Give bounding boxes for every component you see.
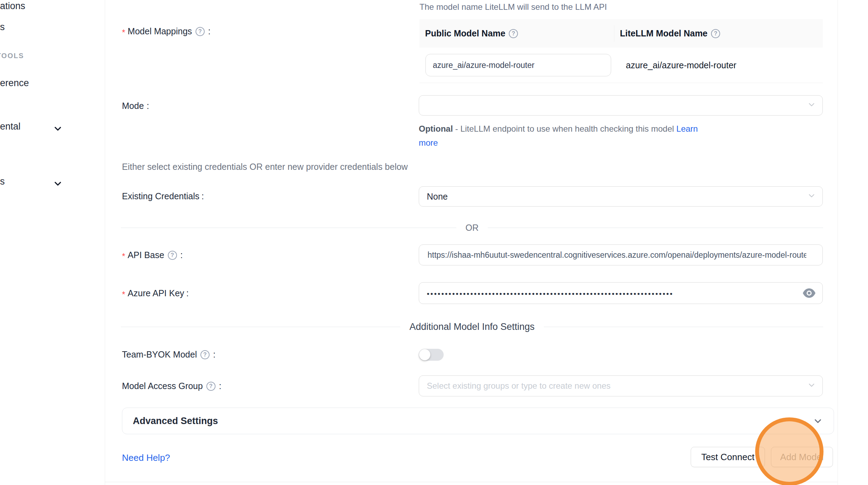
litellm-model-name-value: azure_ai/azure-model-router — [626, 60, 736, 70]
help-question-icon[interactable]: ? — [509, 29, 518, 38]
team-byok-label: Team-BYOK Model ? : — [122, 349, 216, 360]
chevron-down-icon — [807, 381, 816, 391]
column-header-litellm-model-name: LiteLLM Model Name ? — [614, 25, 823, 42]
existing-credentials-select[interactable]: None — [419, 186, 823, 207]
sidebar-item-settings[interactable]: s — [0, 176, 5, 187]
azure-api-key-field[interactable]: ••••••••••••••••••••••••••••••••••••••••… — [419, 282, 823, 304]
help-question-icon[interactable]: ? — [168, 251, 177, 260]
help-question-icon[interactable]: ? — [711, 29, 720, 38]
additional-info-divider: Additional Model Info Settings — [121, 321, 823, 332]
advanced-settings-title: Advanced Settings — [133, 416, 813, 427]
content-right-border — [838, 0, 838, 485]
access-group-placeholder: Select existing groups or type to create… — [427, 381, 610, 391]
sidebar-item[interactable]: s — [0, 22, 5, 33]
api-base-field — [419, 244, 823, 265]
mode-help-text: Optional - LiteLLM endpoint to use when … — [419, 122, 712, 150]
mode-select[interactable] — [419, 95, 823, 116]
masked-api-key-value: ••••••••••••••••••••••••••••••••••••••••… — [427, 290, 770, 298]
chevron-down-icon — [53, 178, 63, 190]
content-bottom-border — [105, 482, 838, 482]
selected-credential-value: None — [427, 192, 448, 202]
eye-icon[interactable] — [803, 288, 815, 298]
sidebar-item-experimental[interactable]: ental — [0, 121, 21, 132]
model-access-group-select[interactable]: Select existing groups or type to create… — [419, 375, 823, 396]
required-asterisk: * — [122, 290, 125, 299]
mode-label: Mode: — [122, 101, 149, 111]
table-header-row: Public Model Name ? LiteLLM Model Name ? — [419, 19, 823, 48]
chevron-down-icon — [807, 100, 816, 111]
toggle-knob — [419, 349, 430, 360]
model-mappings-table: Public Model Name ? LiteLLM Model Name ?… — [419, 19, 823, 83]
sidebar-item-organizations[interactable]: ations — [0, 1, 25, 12]
model-mappings-label: * Model Mappings ? : — [122, 26, 211, 36]
required-asterisk: * — [122, 252, 125, 261]
api-base-input[interactable] — [427, 250, 807, 260]
api-base-label: * API Base ? : — [122, 250, 183, 260]
or-divider: OR — [121, 223, 823, 233]
team-byok-toggle[interactable] — [419, 349, 444, 361]
model-access-group-label: Model Access Group ? : — [122, 381, 221, 391]
model-name-helper-text: The model name LiteLLM will send to the … — [419, 2, 607, 12]
required-asterisk: * — [122, 28, 125, 37]
advanced-settings-panel[interactable]: Advanced Settings — [122, 408, 834, 434]
need-help-link[interactable]: Need Help? — [122, 452, 170, 463]
help-question-icon[interactable]: ? — [200, 350, 210, 359]
existing-credentials-label: Existing Credentials: — [122, 191, 204, 201]
add-model-page: ations s TOOLS erence ental s The model … — [0, 0, 868, 485]
column-header-public-model-name: Public Model Name ? — [419, 28, 614, 39]
credentials-note: Either select existing credentials OR en… — [122, 162, 408, 172]
public-model-name-input[interactable] — [425, 54, 611, 76]
table-row: azure_ai/azure-model-router — [419, 48, 823, 83]
sidebar: ations s TOOLS erence ental s — [0, 0, 105, 485]
azure-api-key-label: * Azure API Key : — [122, 288, 189, 298]
click-highlight-circle — [755, 417, 823, 485]
help-question-icon[interactable]: ? — [206, 382, 216, 391]
help-question-icon[interactable]: ? — [196, 27, 205, 36]
chevron-down-icon — [813, 416, 823, 426]
sidebar-section-tools: TOOLS — [0, 52, 24, 60]
sidebar-item-inference[interactable]: erence — [0, 78, 29, 89]
test-connect-button[interactable]: Test Connect — [691, 447, 765, 467]
chevron-down-icon — [807, 191, 816, 202]
chevron-down-icon — [53, 123, 63, 135]
